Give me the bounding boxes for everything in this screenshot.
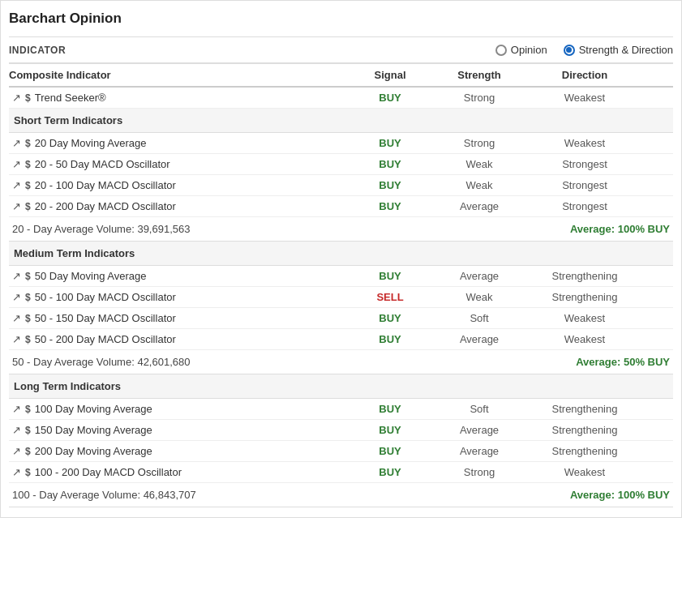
row-name: 20 - 50 Day MACD Oscillator (35, 158, 170, 170)
dollar-icon: $ (25, 425, 31, 436)
row-signal: BUY (350, 270, 431, 282)
row-direction: Strongest (528, 179, 641, 191)
table-row: ↗ $ 150 Day Moving Average BUY Average S… (9, 420, 673, 441)
row-name: 100 Day Moving Average (35, 403, 152, 415)
page-title: Barchart Opinion (9, 11, 673, 27)
row-direction: Strengthening (528, 291, 641, 303)
column-headers: Composite Indicator Signal Strength Dire… (9, 63, 673, 88)
dollar-icon: $ (25, 180, 31, 191)
row-direction: Strengthening (528, 403, 641, 415)
opinion-radio-circle[interactable] (495, 45, 507, 56)
dollar-icon: $ (25, 313, 31, 324)
indicator-label: INDICATOR (9, 45, 66, 56)
row-signal: BUY (350, 333, 431, 345)
short-term-average: Average: 100% BUY (570, 223, 670, 235)
composite-dollar-icon: $ (25, 92, 31, 104)
row-strength: Soft (431, 403, 528, 415)
composite-name: Trend Seeker® (35, 92, 106, 104)
composite-row: ↗ $ Trend Seeker® BUY Strong Weakest (9, 88, 673, 109)
row-name: 20 - 100 Day MACD Oscillator (35, 179, 176, 191)
table-row: ↗ $ 100 - 200 Day MACD Oscillator BUY St… (9, 462, 673, 483)
radio-group: Opinion Strength & Direction (495, 44, 673, 56)
row-indicator: ↗ $ 20 - 100 Day MACD Oscillator (9, 179, 350, 191)
row-name: 50 - 200 Day MACD Oscillator (35, 333, 176, 345)
col-header-signal: Signal (350, 69, 431, 81)
composite-chart-icon: ↗ (12, 92, 21, 104)
row-signal: BUY (350, 445, 431, 457)
short-term-summary: 20 - Day Average Volume: 39,691,563 Aver… (9, 217, 673, 242)
row-signal: BUY (350, 137, 431, 149)
header-row: INDICATOR Opinion Strength & Direction (9, 36, 673, 63)
dollar-icon: $ (25, 201, 31, 212)
opinion-radio-option[interactable]: Opinion (495, 44, 547, 56)
col-header-direction: Direction (528, 69, 641, 81)
table-row: ↗ $ 20 - 100 Day MACD Oscillator BUY Wea… (9, 175, 673, 196)
row-name: 200 Day Moving Average (35, 445, 152, 457)
row-direction: Strongest (528, 158, 641, 170)
dollar-icon: $ (25, 292, 31, 303)
table-row: ↗ $ 50 - 150 Day MACD Oscillator BUY Sof… (9, 308, 673, 329)
chart-icon: ↗ (12, 179, 21, 191)
row-indicator: ↗ $ 200 Day Moving Average (9, 445, 350, 457)
dollar-icon: $ (25, 138, 31, 149)
row-strength: Average (431, 200, 528, 212)
chart-icon: ↗ (12, 200, 21, 212)
dollar-icon: $ (25, 446, 31, 457)
row-direction: Strongest (528, 200, 641, 212)
row-name: 50 - 100 Day MACD Oscillator (35, 291, 176, 303)
chart-icon: ↗ (12, 445, 21, 457)
chart-icon: ↗ (12, 312, 21, 324)
row-indicator: ↗ $ 50 - 100 Day MACD Oscillator (9, 291, 350, 303)
table-row: ↗ $ 200 Day Moving Average BUY Average S… (9, 441, 673, 462)
chart-icon: ↗ (12, 403, 21, 415)
table-row: ↗ $ 20 Day Moving Average BUY Strong Wea… (9, 133, 673, 154)
row-indicator: ↗ $ 20 Day Moving Average (9, 137, 350, 149)
dollar-icon: $ (25, 404, 31, 415)
strength-direction-radio-circle[interactable] (564, 45, 575, 56)
row-direction: Weakest (528, 312, 641, 324)
row-direction: Weakest (528, 466, 641, 478)
row-strength: Strong (431, 466, 528, 478)
table-row: ↗ $ 50 Day Moving Average BUY Average St… (9, 266, 673, 287)
medium-term-rows: ↗ $ 50 Day Moving Average BUY Average St… (9, 266, 673, 350)
chart-icon: ↗ (12, 424, 21, 436)
opinion-label: Opinion (511, 44, 547, 56)
row-strength: Weak (431, 291, 528, 303)
chart-icon: ↗ (12, 158, 21, 170)
long-term-header: Long Term Indicators (9, 374, 673, 399)
row-indicator: ↗ $ 100 - 200 Day MACD Oscillator (9, 466, 350, 478)
col-header-strength: Strength (431, 69, 528, 81)
row-direction: Strengthening (528, 424, 641, 436)
medium-term-summary: 50 - Day Average Volume: 42,601,680 Aver… (9, 350, 673, 374)
row-direction: Strengthening (528, 270, 641, 282)
table-row: ↗ $ 20 - 50 Day MACD Oscillator BUY Weak… (9, 154, 673, 175)
row-indicator: ↗ $ 100 Day Moving Average (9, 403, 350, 415)
row-name: 100 - 200 Day MACD Oscillator (35, 466, 182, 478)
dollar-icon: $ (25, 467, 31, 478)
row-strength: Weak (431, 158, 528, 170)
dollar-icon: $ (25, 159, 31, 170)
medium-term-average: Average: 50% BUY (576, 356, 670, 368)
long-term-rows: ↗ $ 100 Day Moving Average BUY Soft Stre… (9, 399, 673, 483)
row-signal: BUY (350, 179, 431, 191)
row-signal: BUY (350, 200, 431, 212)
row-strength: Average (431, 333, 528, 345)
row-name: 50 Day Moving Average (35, 270, 147, 282)
row-signal: BUY (350, 158, 431, 170)
row-name: 150 Day Moving Average (35, 424, 152, 436)
row-indicator: ↗ $ 50 - 200 Day MACD Oscillator (9, 333, 350, 345)
long-term-average: Average: 100% BUY (570, 489, 670, 501)
table-row: ↗ $ 100 Day Moving Average BUY Soft Stre… (9, 399, 673, 420)
short-term-rows: ↗ $ 20 Day Moving Average BUY Strong Wea… (9, 133, 673, 217)
composite-strength: Strong (431, 92, 528, 104)
row-indicator: ↗ $ 50 - 150 Day MACD Oscillator (9, 312, 350, 324)
composite-signal: BUY (350, 92, 431, 104)
strength-direction-radio-option[interactable]: Strength & Direction (564, 44, 673, 56)
row-indicator: ↗ $ 20 - 50 Day MACD Oscillator (9, 158, 350, 170)
medium-term-header: Medium Term Indicators (9, 242, 673, 266)
chart-icon: ↗ (12, 270, 21, 282)
short-term-header: Short Term Indicators (9, 109, 673, 133)
row-name: 20 - 200 Day MACD Oscillator (35, 200, 176, 212)
row-direction: Weakest (528, 137, 641, 149)
row-direction: Strengthening (528, 445, 641, 457)
